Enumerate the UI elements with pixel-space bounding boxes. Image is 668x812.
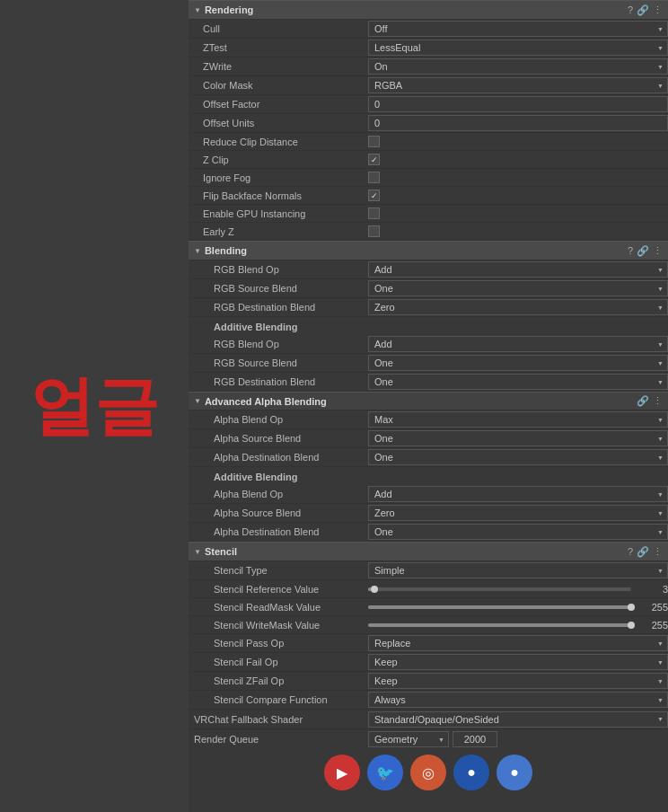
add-alpha-dest-value[interactable]: One: [368, 524, 668, 540]
stencil-readmask-thumb[interactable]: [628, 604, 635, 611]
cull-dropdown[interactable]: Off: [368, 21, 668, 37]
blending-help-icon[interactable]: ?: [628, 245, 633, 256]
stencil-compare-value[interactable]: Always: [368, 692, 668, 708]
flip-backface-value[interactable]: ✓: [368, 190, 668, 201]
rendering-section-header[interactable]: ▼ Rendering ? 🔗 ⋮: [189, 0, 668, 20]
add-rgb-dest-dropdown[interactable]: One: [368, 374, 668, 390]
advanced-alpha-header[interactable]: ▼ Advanced Alpha Blending 🔗 ⋮: [189, 392, 668, 410]
add-rgb-source-value[interactable]: One: [368, 355, 668, 371]
rgb-blend-op-value[interactable]: Add: [368, 261, 668, 278]
ignore-fog-value[interactable]: [368, 172, 668, 183]
alpha-source-blend-value[interactable]: One: [368, 430, 668, 446]
zclip-box[interactable]: ✓: [368, 154, 380, 165]
offset-factor-input[interactable]: [368, 96, 668, 112]
footer-icon-orange[interactable]: ◎: [410, 755, 446, 790]
stencil-readmask-track[interactable]: [368, 605, 631, 609]
render-queue-dropdown[interactable]: Geometry: [368, 731, 449, 747]
ztest-value[interactable]: LessEqual: [368, 40, 668, 56]
offset-units-value[interactable]: [368, 115, 668, 131]
stencil-fail-op-dropdown[interactable]: Keep: [368, 654, 668, 670]
fallback-value[interactable]: Standard/Opaque/OneSided: [368, 711, 668, 728]
add-rgb-blend-op-dropdown[interactable]: Add: [368, 336, 668, 352]
footer-icon-blue[interactable]: 🐦: [367, 755, 403, 790]
stencil-readmask-value[interactable]: 255: [368, 602, 668, 613]
render-queue-num-input[interactable]: [453, 731, 497, 747]
alpha-dest-blend-value[interactable]: One: [368, 449, 668, 465]
zclip-checkbox[interactable]: ✓: [368, 154, 380, 165]
cull-value[interactable]: Off: [368, 21, 668, 37]
early-z-checkbox[interactable]: [368, 225, 380, 237]
ignore-fog-box[interactable]: [368, 172, 380, 183]
render-queue-value[interactable]: Geometry: [368, 731, 668, 747]
alpha-source-blend-dropdown[interactable]: One: [368, 430, 668, 446]
flip-backface-checkbox[interactable]: ✓: [368, 190, 380, 201]
zwrite-dropdown[interactable]: On: [368, 58, 668, 75]
rgb-source-blend-value[interactable]: One: [368, 280, 668, 296]
reduce-clip-checkbox[interactable]: [368, 136, 380, 147]
stencil-writemask-track[interactable]: [368, 623, 631, 627]
color-mask-value[interactable]: RGBA: [368, 77, 668, 93]
stencil-link-icon[interactable]: 🔗: [637, 546, 649, 558]
early-z-value[interactable]: [368, 225, 668, 237]
help-icon[interactable]: ?: [628, 4, 633, 15]
ignore-fog-checkbox[interactable]: [368, 172, 380, 183]
add-rgb-dest-value[interactable]: One: [368, 374, 668, 390]
alpha-blend-op-value[interactable]: Max: [368, 411, 668, 428]
rgb-dest-blend-dropdown[interactable]: Zero: [368, 299, 668, 315]
ztest-dropdown[interactable]: LessEqual: [368, 40, 668, 56]
add-alpha-dest-dropdown[interactable]: One: [368, 524, 668, 540]
stencil-compare-dropdown[interactable]: Always: [368, 692, 668, 708]
footer-icon-blue2[interactable]: ●: [453, 755, 489, 790]
stencil-zfail-op-dropdown[interactable]: Keep: [368, 673, 668, 689]
gpu-instancing-checkbox[interactable]: [368, 207, 380, 219]
blending-link-icon[interactable]: 🔗: [637, 245, 649, 257]
stencil-type-dropdown[interactable]: Simple: [368, 562, 668, 578]
stencil-ref-track[interactable]: [368, 587, 631, 591]
stencil-pass-op-value[interactable]: Replace: [368, 635, 668, 651]
reduce-clip-value[interactable]: [368, 136, 668, 147]
add-alpha-blend-op-value[interactable]: Add: [368, 486, 668, 502]
rgb-source-blend-dropdown[interactable]: One: [368, 280, 668, 296]
add-alpha-source-dropdown[interactable]: Zero: [368, 505, 668, 521]
stencil-writemask-thumb[interactable]: [628, 622, 635, 629]
stencil-ref-value[interactable]: 3: [368, 584, 668, 595]
offset-factor-value[interactable]: [368, 96, 668, 112]
offset-units-input[interactable]: [368, 115, 668, 131]
advanced-alpha-title: Advanced Alpha Blending: [205, 396, 327, 407]
fallback-row: VRChat Fallback Shader Standard/Opaque/O…: [189, 710, 668, 729]
blending-dots-icon[interactable]: ⋮: [653, 245, 663, 257]
early-z-box[interactable]: [368, 225, 380, 237]
blending-section-header[interactable]: ▼ Blending ? 🔗 ⋮: [189, 241, 668, 260]
advanced-alpha-dots-icon[interactable]: ⋮: [653, 395, 663, 407]
stencil-writemask-value[interactable]: 255: [368, 620, 668, 631]
fallback-dropdown[interactable]: Standard/Opaque/OneSided: [368, 711, 668, 728]
stencil-zfail-op-value[interactable]: Keep: [368, 673, 668, 689]
alpha-dest-blend-dropdown[interactable]: One: [368, 449, 668, 465]
zwrite-value[interactable]: On: [368, 58, 668, 75]
zclip-value[interactable]: ✓: [368, 154, 668, 165]
reduce-clip-box[interactable]: [368, 136, 380, 147]
stencil-type-value[interactable]: Simple: [368, 562, 668, 578]
color-mask-dropdown[interactable]: RGBA: [368, 77, 668, 93]
stencil-help-icon[interactable]: ?: [628, 546, 633, 557]
rgb-blend-op-dropdown[interactable]: Add: [368, 261, 668, 278]
add-rgb-blend-op-value[interactable]: Add: [368, 336, 668, 352]
gpu-instancing-box[interactable]: [368, 207, 380, 219]
flip-backface-box[interactable]: ✓: [368, 190, 380, 201]
advanced-alpha-link-icon[interactable]: 🔗: [637, 395, 649, 407]
stencil-ref-thumb[interactable]: [371, 586, 378, 593]
stencil-dots-icon[interactable]: ⋮: [653, 546, 663, 558]
dots-icon[interactable]: ⋮: [653, 4, 663, 16]
footer-icon-red[interactable]: ▶: [324, 755, 360, 790]
stencil-section-header[interactable]: ▼ Stencil ? 🔗 ⋮: [189, 542, 668, 561]
stencil-pass-op-dropdown[interactable]: Replace: [368, 635, 668, 651]
footer-icon-blue3[interactable]: ●: [497, 755, 532, 790]
link-icon[interactable]: 🔗: [637, 4, 649, 16]
stencil-fail-op-value[interactable]: Keep: [368, 654, 668, 670]
rgb-dest-blend-value[interactable]: Zero: [368, 299, 668, 315]
add-alpha-source-value[interactable]: Zero: [368, 505, 668, 521]
gpu-instancing-value[interactable]: [368, 207, 668, 219]
alpha-blend-op-dropdown[interactable]: Max: [368, 411, 668, 428]
add-alpha-blend-op-dropdown[interactable]: Add: [368, 486, 668, 502]
add-rgb-source-dropdown[interactable]: One: [368, 355, 668, 371]
